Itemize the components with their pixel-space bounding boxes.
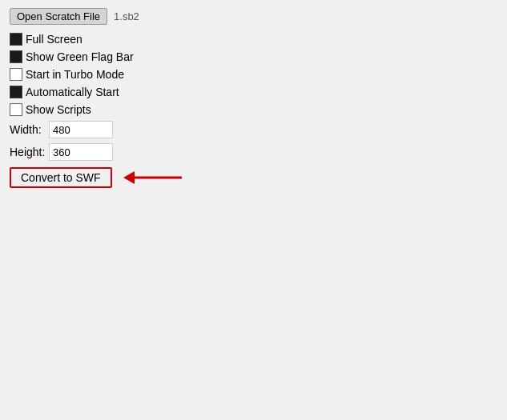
checkbox-row-turbomode: Start in Turbo Mode — [10, 68, 497, 81]
checkbox-showscripts[interactable] — [10, 103, 22, 116]
checkbox-label-showgreenbar: Show Green Flag Bar — [26, 50, 134, 63]
width-row: Width: — [10, 121, 497, 138]
checkboxes-container: Full ScreenShow Green Flag BarStart in T… — [10, 33, 497, 116]
checkbox-label-showscripts: Show Scripts — [26, 103, 91, 116]
checkbox-label-turbomode: Start in Turbo Mode — [26, 68, 124, 81]
main-container: Open Scratch File 1.sb2 Full ScreenShow … — [0, 0, 507, 196]
checkbox-label-autostart: Automatically Start — [26, 86, 119, 98]
open-scratch-file-button[interactable]: Open Scratch File — [10, 8, 107, 25]
height-label: Height: — [10, 146, 46, 158]
filename-label: 1.sb2 — [114, 10, 139, 22]
checkbox-showgreenbar[interactable] — [10, 50, 22, 63]
width-label: Width: — [10, 123, 46, 136]
checkbox-label-fullscreen: Full Screen — [26, 33, 82, 46]
width-input[interactable] — [49, 121, 113, 138]
convert-row: Convert to SWF — [10, 167, 497, 188]
checkbox-row-fullscreen: Full Screen — [10, 33, 497, 46]
checkbox-row-showgreenbar: Show Green Flag Bar — [10, 50, 497, 63]
height-input[interactable] — [49, 143, 113, 161]
checkbox-row-autostart: Automatically Start — [10, 86, 497, 98]
top-bar: Open Scratch File 1.sb2 — [10, 8, 497, 25]
arrow-indicator — [122, 168, 186, 187]
svg-marker-1 — [123, 171, 135, 184]
height-row: Height: — [10, 143, 497, 161]
checkbox-fullscreen[interactable] — [10, 33, 22, 46]
convert-to-swf-button[interactable]: Convert to SWF — [10, 167, 112, 188]
checkbox-autostart[interactable] — [10, 86, 22, 98]
red-arrow-icon — [122, 168, 186, 187]
checkbox-turbomode[interactable] — [10, 68, 22, 81]
checkbox-row-showscripts: Show Scripts — [10, 103, 497, 116]
